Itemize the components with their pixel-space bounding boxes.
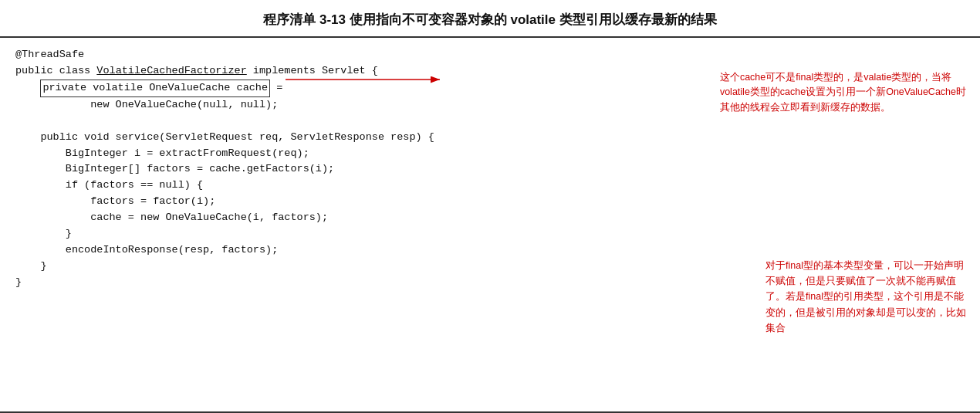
highlight-box: private volatile OneValueCache cache [40,80,270,97]
page-title: 程序清单 3-13 使用指向不可变容器对象的 volatile 类型引用以缓存最… [263,12,717,27]
code-line-13: encodeIntoResponse(resp, factors); [15,242,965,259]
code-area: @ThreadSafe public class VolatileCachedF… [0,38,980,299]
page-container: 程序清单 3-13 使用指向不可变容器对象的 volatile 类型引用以缓存最… [0,0,980,413]
code-line-12: } [15,226,965,242]
code-line-6: public void service(ServletRequest req, … [15,130,965,146]
annotation-bottom: 对于final型的基本类型变量，可以一开始声明 不赋值，但是只要赋值了一次就不能… [765,258,966,336]
code-line-11: cache = new OneValueCache(i, factors); [15,210,965,226]
code-line-7: BigInteger i = extractFromRequest(req); [15,146,965,162]
code-line-5 [15,113,965,130]
title-area: 程序清单 3-13 使用指向不可变容器对象的 volatile 类型引用以缓存最… [0,0,980,38]
annotation-top: 这个cache可不是final类型的，是valatie类型的，当将 volati… [720,70,966,115]
code-line-9: if (factors == null) { [15,178,965,194]
code-line-1: @ThreadSafe [15,47,965,63]
code-line-10: factors = factor(i); [15,194,965,210]
code-line-8: BigInteger[] factors = cache.getFactors(… [15,161,965,178]
arrow-annotation-top [286,70,640,93]
